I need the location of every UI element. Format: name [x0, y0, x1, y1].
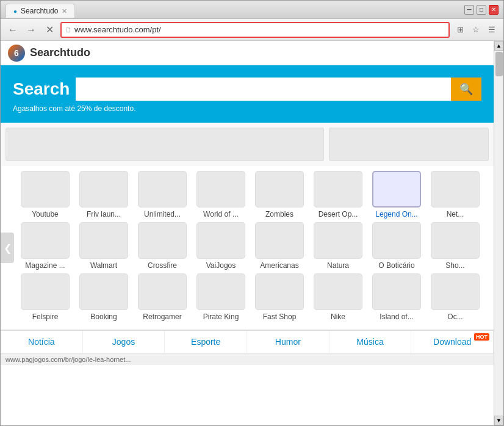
grid-thumb	[79, 222, 128, 259]
grid-item-youtube[interactable]: Youtube	[18, 171, 73, 218]
grid-item-label: Unlimited...	[144, 210, 181, 218]
grid-item-label: Youtube	[32, 210, 59, 218]
grid-item-sho[interactable]: Sho...	[428, 222, 483, 270]
toolbar-icons: ⊞ ☆ ☰	[453, 23, 499, 37]
grid-item-crossfire[interactable]: Crossfire	[135, 222, 190, 270]
grid-item-oc[interactable]: Oc...	[428, 273, 483, 321]
grid-item-walmart[interactable]: Walmart	[76, 222, 131, 270]
browser-content: 6 Searchtudo Search 🔍 Agasalhos com até …	[1, 41, 503, 425]
close-button[interactable]: ✕	[489, 5, 499, 15]
grid-item-label: Sho...	[445, 261, 464, 270]
grid-item-label: Felspire	[32, 312, 59, 321]
ad-banner-left	[5, 128, 324, 161]
grid-thumb	[372, 222, 421, 259]
grid-item-label: Friv laun...	[87, 210, 121, 218]
grid-item-fastshop[interactable]: Fast Shop	[252, 273, 307, 321]
bookmark-icon[interactable]: ☆	[469, 23, 483, 37]
search-row: Search 🔍	[13, 78, 481, 101]
scroll-thumb[interactable]	[495, 52, 503, 76]
grid-thumb	[314, 273, 362, 310]
grid-item-islandof[interactable]: Island of...	[369, 273, 424, 321]
tab-label: Searchtudo	[21, 7, 58, 15]
grid-item-net[interactable]: Net...	[428, 171, 483, 218]
site-logo: 6	[8, 45, 25, 62]
tab-esporte[interactable]: Esporte	[165, 331, 247, 353]
grid-item-magazine[interactable]: Magazine ...	[18, 222, 73, 270]
grid-item-felspire[interactable]: Felspire	[18, 273, 73, 321]
translate-icon[interactable]: ⊞	[453, 23, 467, 37]
tab-esporte-label: Esporte	[191, 337, 220, 347]
grid-thumb	[431, 171, 480, 208]
menu-icon[interactable]: ☰	[485, 23, 499, 37]
tab-close-button[interactable]: ✕	[62, 7, 67, 15]
grid-thumb	[431, 222, 480, 259]
grid-item-label: Crossfire	[148, 261, 177, 270]
grid-item-unlimited[interactable]: Unlimited...	[135, 171, 190, 218]
grid-item-label: Island of...	[380, 312, 413, 321]
grid-item-label: World of ...	[203, 210, 239, 218]
site-header: 6 Searchtudo	[1, 41, 494, 65]
grid-item-nike[interactable]: Nike	[311, 273, 365, 321]
grid-item-boticario[interactable]: O Boticário	[369, 222, 424, 270]
scrollbar[interactable]: ▲ ▼	[494, 41, 503, 425]
grid-item-desertop[interactable]: Desert Op...	[311, 171, 365, 218]
grid-nav-left[interactable]: ❮	[1, 233, 14, 263]
back-button[interactable]: ←	[5, 23, 20, 37]
window-controls: ─ □ ✕	[464, 5, 499, 15]
tab-humor[interactable]: Humor	[247, 331, 329, 353]
grid-item-label: Legend On...	[375, 210, 417, 218]
tab-jogos-label: Jogos	[112, 337, 135, 347]
grid-item-friv[interactable]: Friv laun...	[76, 171, 131, 218]
grid-item-label: VaiJogos	[206, 261, 236, 270]
grid-item-americanas[interactable]: Americanas	[252, 222, 307, 270]
grid-item-label: Natura	[327, 261, 349, 270]
grid-item-label: Walmart	[90, 261, 117, 270]
grid-thumb	[79, 171, 128, 208]
grid-thumb	[138, 222, 187, 259]
browser-window: ● Searchtudo ✕ ─ □ ✕ ← → ✕ 🗋 ⊞ ☆ ☰	[0, 0, 504, 426]
grid-item-pirateking[interactable]: Pirate King	[193, 273, 248, 321]
grid-thumb	[255, 273, 304, 310]
grid-item-label: Zombies	[265, 210, 293, 218]
restore-button[interactable]: □	[477, 5, 486, 15]
grid-item-label: Net...	[447, 210, 464, 218]
tab-download[interactable]: Download HOT	[411, 331, 494, 353]
grid-item-legendon[interactable]: Legend On...	[369, 171, 424, 218]
tab-noticia[interactable]: Notícia	[1, 331, 83, 353]
tab-jogos[interactable]: Jogos	[83, 331, 165, 353]
address-input[interactable]	[74, 25, 445, 34]
grid-item-vaijogos[interactable]: VaiJogos	[193, 222, 248, 270]
page-icon: 🗋	[65, 26, 72, 34]
status-text: www.pagjogos.com/br/jogo/le-lea-hornet..…	[5, 356, 131, 363]
grid-item-label: Desert Op...	[319, 210, 358, 218]
grid-item-zombies[interactable]: Zombies	[252, 171, 307, 218]
search-button[interactable]: 🔍	[451, 78, 481, 101]
page-area: 6 Searchtudo Search 🔍 Agasalhos com até …	[1, 41, 494, 425]
grid-thumb	[255, 171, 304, 208]
grid-item-retrogamer[interactable]: Retrogamer	[135, 273, 190, 321]
grid-thumb	[372, 273, 421, 310]
search-input[interactable]	[76, 78, 451, 101]
grid-item-label: Fast Shop	[263, 312, 297, 321]
minimize-button[interactable]: ─	[464, 5, 474, 15]
tab-musica[interactable]: Música	[329, 331, 412, 353]
grid-section: ❮ Youtube Friv laun... Unlimited...	[1, 166, 494, 330]
search-subtext: Agasalhos com até 25% de desconto.	[13, 104, 481, 117]
grid-thumb	[138, 273, 187, 310]
grid-item-natura[interactable]: Natura	[311, 222, 365, 270]
hot-badge: HOT	[474, 333, 489, 341]
grid-item-worldof[interactable]: World of ...	[193, 171, 248, 218]
stop-button[interactable]: ✕	[42, 23, 57, 37]
grid-thumb	[21, 222, 70, 259]
grid-row-2: Magazine ... Walmart Crossfire VaiJogos	[5, 222, 489, 270]
scroll-up-button[interactable]: ▲	[494, 41, 503, 51]
grid-thumb	[21, 273, 70, 310]
forward-button[interactable]: →	[24, 23, 38, 37]
scroll-down-button[interactable]: ▼	[494, 416, 503, 425]
logo-text: 6	[14, 48, 19, 58]
tab-download-label: Download	[433, 337, 471, 347]
grid-item-booking[interactable]: Booking	[76, 273, 131, 321]
grid-row-3: Felspire Booking Retrogamer Pirate King	[5, 273, 489, 321]
address-bar[interactable]: 🗋	[60, 22, 450, 38]
browser-tab[interactable]: ● Searchtudo ✕	[5, 4, 75, 18]
